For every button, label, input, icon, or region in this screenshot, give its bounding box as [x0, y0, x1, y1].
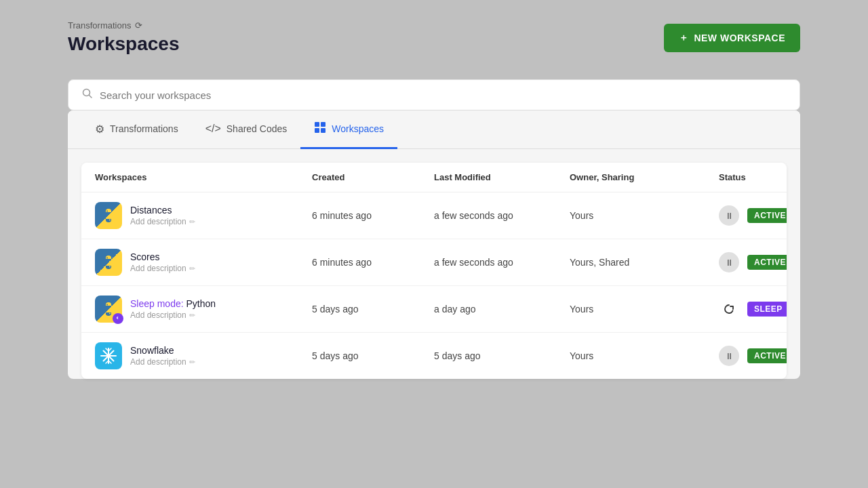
modified-distances: a few seconds ago — [434, 210, 570, 221]
workspaces-table: Workspaces Created Last Modified Owner, … — [81, 163, 787, 379]
svg-point-11 — [109, 313, 111, 314]
svg-rect-4 — [315, 128, 319, 133]
workspace-cell-distances: Distances Add description ✏ — [95, 202, 312, 229]
workspace-cell-snowflake: Snowflake Add description ✏ — [95, 342, 312, 369]
svg-rect-3 — [321, 122, 326, 127]
workspace-icon-python-scores — [95, 249, 122, 276]
tab-transformations-label: Transformations — [110, 123, 178, 134]
workspace-name-distances: Distances — [130, 205, 195, 216]
grid-icon — [314, 121, 326, 136]
tab-workspaces-label: Workspaces — [332, 123, 384, 134]
tab-workspaces[interactable]: Workspaces — [300, 110, 397, 149]
col-workspaces: Workspaces — [95, 172, 312, 182]
modified-scores: a few seconds ago — [434, 257, 570, 268]
table-row: Distances Add description ✏ 6 minutes ag… — [81, 192, 787, 239]
status-cell-snowflake: ⏸ ACTIVE — [719, 346, 787, 366]
table-row: Snowflake Add description ✏ 5 days ago 5… — [81, 333, 787, 379]
edit-icon[interactable]: ✏ — [189, 218, 195, 226]
workspace-info-sleep: Sleep mode: Python Add description ✏ — [130, 298, 216, 320]
tab-shared-codes[interactable]: </> Shared Codes — [192, 112, 301, 148]
edit-icon-sleep[interactable]: ✏ — [189, 311, 195, 320]
svg-rect-2 — [315, 122, 319, 127]
page-wrapper: Transformations ⟳ Workspaces ＋ NEW WORKS… — [0, 0, 868, 488]
edit-icon-scores[interactable]: ✏ — [189, 264, 195, 273]
refresh-icon[interactable]: ⟳ — [135, 20, 142, 30]
status-cell-scores: ⏸ ACTIVE — [719, 252, 787, 272]
panel: ⚙ Transformations </> Shared Codes — [68, 110, 800, 379]
owner-scores: Yours, Shared — [570, 257, 719, 268]
svg-point-6 — [106, 211, 108, 212]
gear-icon: ⚙ — [95, 123, 104, 136]
search-input[interactable] — [100, 89, 786, 101]
new-workspace-label: NEW WORKSPACE — [694, 33, 785, 43]
workspace-cell-scores: Scores Add description ✏ — [95, 249, 312, 276]
status-badge-sleep: SLEEP — [747, 302, 787, 317]
breadcrumb-text: Transformations — [68, 20, 131, 30]
header-left: Transformations ⟳ Workspaces — [68, 20, 179, 55]
new-workspace-button[interactable]: ＋ NEW WORKSPACE — [664, 24, 800, 52]
created-scores: 6 minutes ago — [312, 257, 434, 268]
workspace-name-sleep: Sleep mode: Python — [130, 298, 216, 309]
workspace-name-scores: Scores — [130, 251, 195, 262]
pause-button-distances[interactable]: ⏸ — [719, 205, 739, 226]
workspace-desc-sleep: Add description ✏ — [130, 310, 216, 320]
table-row: Scores Add description ✏ 6 minutes ago a… — [81, 239, 787, 286]
edit-icon-snowflake[interactable]: ✏ — [189, 358, 195, 367]
tab-transformations[interactable]: ⚙ Transformations — [81, 112, 192, 148]
workspace-icon-snowflake — [95, 342, 122, 369]
pause-button-snowflake[interactable]: ⏸ — [719, 346, 739, 366]
search-icon — [82, 88, 93, 102]
modified-snowflake: 5 days ago — [434, 350, 570, 361]
svg-rect-5 — [321, 128, 326, 133]
modified-sleep: a day ago — [434, 304, 570, 314]
plus-icon: ＋ — [679, 32, 689, 44]
page-title: Workspaces — [68, 33, 179, 55]
col-status: Status — [719, 172, 787, 182]
workspace-icon-python — [95, 202, 122, 229]
table-header: Workspaces Created Last Modified Owner, … — [81, 163, 787, 192]
col-created: Created — [312, 172, 434, 182]
tabs-container: ⚙ Transformations </> Shared Codes — [68, 110, 800, 149]
workspace-desc-distances: Add description ✏ — [130, 217, 195, 226]
status-cell-sleep: SLEEP — [719, 299, 787, 319]
restore-button-sleep[interactable] — [719, 299, 739, 319]
search-bar — [68, 79, 800, 110]
status-badge-scores: ACTIVE — [747, 255, 787, 270]
workspace-info-snowflake: Snowflake Add description ✏ — [130, 345, 195, 367]
svg-point-9 — [109, 266, 111, 268]
workspace-desc-snowflake: Add description ✏ — [130, 357, 195, 367]
workspace-desc-scores: Add description ✏ — [130, 264, 195, 273]
table-row: Sleep mode: Python Add description ✏ 5 d… — [81, 286, 787, 333]
svg-point-8 — [106, 258, 108, 259]
col-owner: Owner, Sharing — [570, 172, 719, 182]
sleep-mode-prefix: Sleep mode: — [130, 298, 184, 309]
svg-line-1 — [90, 96, 92, 98]
workspace-icon-python-sleep — [95, 296, 122, 323]
status-badge-snowflake: ACTIVE — [747, 348, 787, 363]
created-distances: 6 minutes ago — [312, 210, 434, 221]
created-sleep: 5 days ago — [312, 304, 434, 314]
breadcrumb: Transformations ⟳ — [68, 20, 179, 30]
col-last-modified: Last Modified — [434, 172, 570, 182]
status-badge-distances: ACTIVE — [747, 208, 787, 223]
tab-shared-codes-label: Shared Codes — [226, 123, 288, 134]
workspace-name-snowflake: Snowflake — [130, 345, 195, 356]
svg-point-7 — [109, 220, 111, 221]
owner-distances: Yours — [570, 210, 719, 221]
sleep-overlay-icon — [113, 313, 123, 324]
workspace-info-scores: Scores Add description ✏ — [130, 251, 195, 273]
code-icon: </> — [205, 123, 221, 135]
workspace-cell-sleep: Sleep mode: Python Add description ✏ — [95, 296, 312, 323]
svg-point-10 — [106, 304, 108, 306]
owner-snowflake: Yours — [570, 350, 719, 361]
workspace-info-distances: Distances Add description ✏ — [130, 205, 195, 226]
status-cell-distances: ⏸ ACTIVE — [719, 205, 787, 226]
sleep-mode-suffix: Python — [186, 298, 216, 309]
owner-sleep: Yours — [570, 304, 719, 314]
created-snowflake: 5 days ago — [312, 350, 434, 361]
pause-button-scores[interactable]: ⏸ — [719, 252, 739, 272]
